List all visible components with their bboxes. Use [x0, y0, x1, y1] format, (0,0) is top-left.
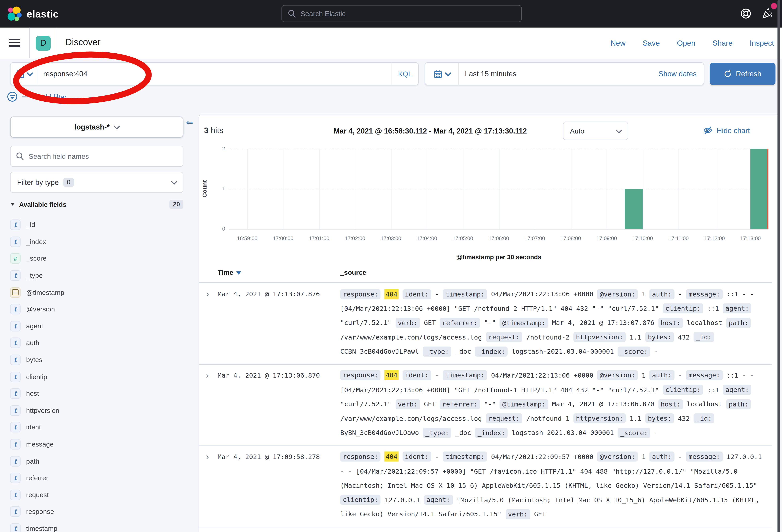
show-dates-button[interactable]: Show dates — [659, 70, 704, 78]
y-axis-tick-label: 1 — [215, 185, 225, 191]
field-name-badge: timestamp: — [443, 452, 487, 462]
refresh-button[interactable]: Refresh — [710, 63, 775, 85]
field-name-badge: @timestamp: — [500, 399, 548, 409]
field-name: @version — [26, 305, 55, 313]
nav-link-open[interactable]: Open — [677, 39, 696, 47]
collapse-sidebar-icon[interactable]: ⇐ — [186, 118, 193, 128]
field-name-badge: referrer: — [440, 399, 480, 409]
field-name-badge: @version: — [597, 452, 638, 462]
x-axis-tick-label: 17:02:00 — [335, 235, 375, 241]
field-value: /notfound-2 — [526, 333, 569, 341]
date-quick-select-button[interactable] — [425, 63, 459, 85]
field-value: localhost — [687, 319, 722, 327]
discover-app-badge[interactable]: D — [36, 36, 51, 51]
expand-row-icon[interactable]: › — [199, 450, 217, 522]
field-value: - — [678, 453, 682, 460]
field-item-message[interactable]: tmessage — [10, 436, 186, 453]
y-axis-tick-label: 2 — [215, 145, 225, 151]
field-name-badge: _type: — [423, 346, 452, 356]
field-search-placeholder: Search field names — [29, 152, 89, 160]
field-name: _id — [26, 221, 35, 229]
field-name-badge: _id: — [694, 413, 714, 423]
field-item-_index[interactable]: t_index — [10, 233, 186, 250]
field-value: Mar 4, 2021 @ 17:13:06.870 — [552, 400, 654, 408]
field-search-input[interactable]: Search field names — [10, 146, 183, 167]
field-item-timestamp[interactable]: ttimestamp — [10, 520, 186, 532]
chevron-down-icon — [27, 70, 33, 76]
x-axis-tick-label: 17:03:00 — [371, 235, 411, 241]
page-scrollbar[interactable] — [777, 0, 780, 532]
string-field-icon: t — [10, 236, 21, 247]
field-name: response — [26, 508, 54, 516]
add-filter-button[interactable]: + Add filter — [33, 93, 67, 101]
available-fields-header[interactable]: Available fields 20 — [10, 200, 183, 209]
field-item-httpversion[interactable]: thttpversion — [10, 402, 186, 419]
field-name-badge: referrer: — [440, 318, 480, 328]
histogram-bar[interactable] — [750, 149, 769, 229]
menu-icon[interactable] — [9, 39, 20, 47]
histogram-interval-select[interactable]: Auto — [563, 121, 628, 140]
field-name-badge: verb: — [395, 318, 420, 328]
field-name: bytes — [26, 356, 42, 364]
saved-query-menu-button[interactable] — [10, 63, 38, 85]
field-name: auth — [26, 339, 39, 347]
x-axis-tick-label: 17:07:00 — [514, 235, 555, 241]
row-source-cell: response: 404 ident: - timestamp: 04/Mar… — [340, 369, 769, 440]
field-item-_type[interactable]: t_type — [10, 267, 186, 284]
nav-link-save[interactable]: Save — [643, 39, 660, 47]
field-item-referrer[interactable]: treferrer — [10, 470, 186, 487]
field-item-path[interactable]: tpath — [10, 453, 186, 470]
field-item-request[interactable]: trequest — [10, 486, 186, 503]
field-name: @timestamp — [26, 289, 64, 296]
query-input[interactable]: response:404 — [38, 70, 392, 78]
hide-chart-button[interactable]: Hide chart — [703, 125, 750, 135]
nav-link-share[interactable]: Share — [712, 39, 733, 47]
time-range-value[interactable]: Last 15 minutes — [459, 70, 659, 78]
time-range-display: Mar 4, 2021 @ 16:58:30.112 - Mar 4, 2021… — [274, 127, 586, 135]
field-item-host[interactable]: thost — [10, 385, 186, 402]
highlighted-value: 404 — [385, 452, 398, 462]
field-item-@timestamp[interactable]: @timestamp — [10, 284, 186, 301]
field-name-badge: response: — [340, 370, 381, 380]
field-item-response[interactable]: tresponse — [10, 503, 186, 520]
doc-table-header: Time _source — [199, 266, 772, 283]
field-value: 432 — [678, 415, 690, 422]
current-time-marker — [767, 149, 769, 229]
string-field-icon: t — [10, 321, 21, 331]
histogram-chart[interactable]: 16:59:0017:00:0017:01:0017:02:0017:03:00… — [229, 149, 769, 229]
field-name-badge: _score: — [618, 346, 650, 356]
field-item-auth[interactable]: tauth — [10, 335, 186, 351]
field-value: Mar 4, 2021 @ 17:13:07.876 — [552, 319, 654, 327]
field-item-_score[interactable]: #_score — [10, 250, 186, 267]
field-item-agent[interactable]: tagent — [10, 317, 186, 335]
newsfeed-icon[interactable] — [761, 8, 774, 21]
nav-link-inspect[interactable]: Inspect — [750, 39, 774, 47]
column-header-time[interactable]: Time — [217, 269, 241, 276]
global-search-input[interactable]: Search Elastic — [282, 5, 522, 22]
field-item-ident[interactable]: tident — [10, 419, 186, 436]
expand-row-icon[interactable]: › — [199, 287, 217, 359]
global-search-placeholder: Search Elastic — [300, 9, 346, 17]
field-name-badge: _index: — [475, 428, 508, 438]
field-name: request — [26, 491, 49, 499]
help-icon[interactable] — [740, 8, 752, 20]
field-value: - — [678, 290, 682, 298]
field-name: clientip — [26, 373, 47, 381]
field-item-clientip[interactable]: tclientip — [10, 368, 186, 385]
index-pattern-switcher[interactable]: logstash-* — [10, 117, 183, 138]
field-item-bytes[interactable]: tbytes — [10, 351, 186, 369]
calendar-icon — [433, 70, 442, 78]
histogram-bar[interactable] — [625, 189, 643, 229]
nav-link-new[interactable]: New — [610, 39, 626, 47]
field-value: /var/www/example.com/logs/access.log — [340, 333, 482, 341]
query-language-button[interactable]: KQL — [392, 63, 418, 85]
chart-gridline — [229, 149, 769, 149]
field-value: 04/Mar/2021:22:13:06 +0000 — [491, 372, 593, 379]
filter-by-type-button[interactable]: Filter by type 0 — [10, 172, 183, 193]
elastic-logo[interactable]: elastic — [7, 7, 59, 22]
field-value: localhost — [687, 400, 722, 408]
field-name: host — [26, 390, 39, 397]
field-item-@version[interactable]: t@version — [10, 301, 186, 318]
field-item-_id[interactable]: t_id — [10, 216, 186, 233]
expand-row-icon[interactable]: › — [199, 369, 217, 440]
